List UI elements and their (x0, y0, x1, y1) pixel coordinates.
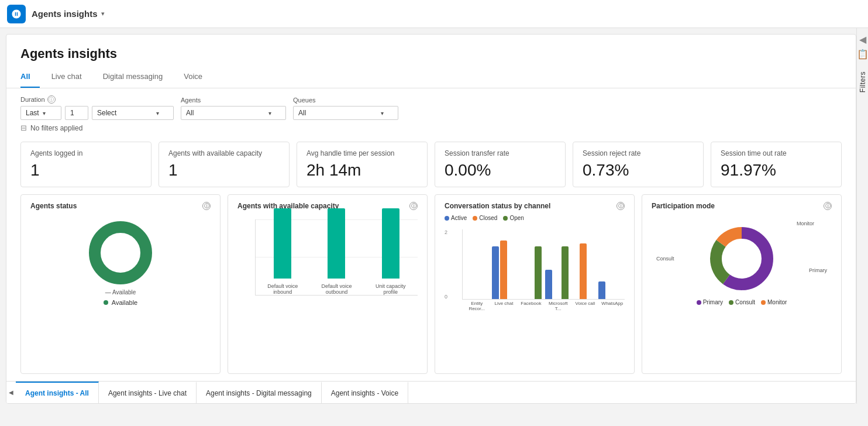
duration-number-input[interactable] (65, 106, 88, 120)
duration-controls: Last ▾ Select ▾ (20, 106, 174, 120)
conv-bar-whatsapp-active (598, 281, 605, 299)
bar-0 (274, 208, 291, 279)
agents-chevron: ▾ (268, 110, 271, 116)
bottom-tab-voice[interactable]: Agent insights - Voice (322, 382, 408, 404)
stat-session-reject: Session reject rate 0.73% (573, 142, 704, 187)
filter-sidebar-icon[interactable]: 📋 (857, 49, 869, 60)
tab-all[interactable]: All (20, 67, 40, 88)
bar-chart-wrapper: 1.0 0.5 0.0 Default voice inbound (237, 215, 418, 296)
collapse-icon[interactable]: ◀ (859, 34, 866, 45)
bar-label-2: Unit capacity profile (373, 283, 408, 295)
no-filters-text: No filters applied (30, 124, 82, 132)
duration-label: Duration ⓘ (20, 95, 174, 104)
agents-status-chart: Agents status ⓘ — Available Available (20, 194, 221, 374)
conv-status-chart: Conversation status by channel ⓘ Active … (435, 194, 635, 374)
bottom-nav-left[interactable]: ◀ (6, 382, 16, 404)
bottom-tabs: ◀ Agent insights - All Agent insights - … (6, 381, 856, 403)
conv-status-info[interactable]: ⓘ (616, 202, 625, 210)
app-title: Agents insights (32, 9, 98, 19)
bottom-tab-all[interactable]: Agent insights - All (16, 382, 99, 404)
participation-legend: Primary Consult Monitor (697, 299, 787, 305)
conv-legend-active: Active (445, 215, 467, 221)
legend-consult: Consult (729, 299, 755, 305)
conv-y-labels: 2 0 (445, 229, 447, 300)
duration-info-icon[interactable]: ⓘ (47, 95, 56, 104)
bar-group-1: Default voice outbound (315, 208, 357, 295)
content-panel: Agents insights All Live chat Digital me… (6, 34, 856, 404)
bar-label-0: Default voice inbound (265, 283, 300, 295)
conv-group-whatsapp (598, 281, 623, 299)
donut-svg (85, 218, 156, 288)
conv-group-livechat (492, 241, 516, 299)
bar-chart-area: Default voice inbound Default voice outb… (255, 219, 418, 296)
tab-voice[interactable]: Voice (174, 67, 212, 88)
stat-value-0: 1 (30, 161, 142, 180)
conv-status-title: Conversation status by channel ⓘ (445, 202, 625, 210)
filter-icon: ⊟ (20, 123, 27, 132)
stat-label-3: Session transfer rate (445, 149, 556, 157)
agents-filter-group: Agents All ▾ (181, 97, 286, 120)
conv-bar-microsoft-active (545, 270, 552, 299)
top-bar: Agents insights ▾ (0, 0, 868, 28)
charts-row: Agents status ⓘ — Available Available (6, 194, 856, 381)
tab-digital-messaging[interactable]: Digital messaging (94, 67, 173, 88)
no-filters-row: ⊟ No filters applied (6, 122, 856, 137)
conv-legend-closed: Closed (473, 215, 497, 221)
agents-status-info[interactable]: ⓘ (202, 202, 211, 210)
legend-monitor: Monitor (761, 299, 787, 305)
donut-center-label: — Available (105, 289, 136, 296)
conv-group-microsoft (545, 246, 570, 299)
stat-label-5: Session time out rate (721, 149, 832, 157)
stat-label-0: Agents logged in (30, 149, 142, 157)
conv-chart-wrapper: 2 0 (445, 225, 625, 311)
agents-status-donut: — Available Available (30, 215, 211, 308)
duration-select[interactable]: Last ▾ (20, 106, 61, 120)
bar-1 (328, 208, 345, 279)
bottom-tab-digital[interactable]: Agent insights - Digital messaging (197, 382, 322, 404)
conv-bar-voice-closed (580, 243, 587, 299)
stat-session-timeout: Session time out rate 91.97% (711, 142, 842, 187)
conv-x-labels: Entity Recor... Live chat Facebook Micro… (462, 301, 625, 311)
stat-label-2: Avg handle time per session (306, 149, 418, 157)
primary-label: Primary (809, 267, 827, 273)
conv-xlabel-voice: Voice call (573, 301, 597, 311)
legend-label-available: Available (112, 299, 137, 306)
conv-xlabel-microsoft: Microsoft T... (546, 301, 570, 311)
tab-live-chat[interactable]: Live chat (42, 67, 91, 88)
bar-label-1: Default voice outbound (319, 283, 354, 295)
bar-group-2: Unit capacity profile (370, 208, 412, 295)
duration-filter-group: Duration ⓘ Last ▾ Select ▾ (20, 95, 174, 120)
agents-status-title: Agents status ⓘ (30, 202, 211, 210)
svg-point-5 (723, 240, 760, 277)
conv-xlabel-facebook: Facebook (519, 301, 543, 311)
conv-xlabel-entity: Entity Recor... (464, 301, 489, 311)
conv-xlabel-whatsapp: WhatsApp (600, 301, 625, 311)
queues-chevron: ▾ (381, 110, 384, 116)
svg-point-1 (104, 236, 137, 269)
bottom-tab-livechat[interactable]: Agent insights - Live chat (99, 382, 197, 404)
page-header: Agents insights (6, 35, 856, 67)
conv-bar-facebook-open (535, 246, 542, 299)
agents-select[interactable]: All ▾ (181, 106, 286, 120)
conv-group-voice (571, 243, 596, 299)
duration-chevron: ▾ (43, 110, 46, 116)
stat-session-transfer: Session transfer rate 0.00% (435, 142, 566, 187)
queues-select[interactable]: All ▾ (293, 106, 398, 120)
period-chevron: ▾ (156, 110, 159, 116)
participation-donut-svg (704, 221, 780, 297)
right-sidebar: ◀ 📋 Filters (856, 28, 868, 404)
participation-info[interactable]: ⓘ (824, 202, 832, 210)
app-icon-svg (11, 9, 22, 19)
stat-value-3: 0.00% (445, 161, 556, 180)
stat-label-4: Session reject rate (583, 149, 694, 157)
chevron-down-icon[interactable]: ▾ (101, 10, 105, 18)
stat-value-1: 1 (168, 161, 280, 180)
bar-group-0: Default voice inbound (261, 208, 304, 295)
queues-filter-group: Queues All ▾ (293, 97, 398, 120)
filters-sidebar-label[interactable]: Filters (859, 71, 867, 92)
filters-row: Duration ⓘ Last ▾ Select ▾ (6, 88, 856, 122)
monitor-label: Monitor (797, 221, 814, 226)
duration-period-select[interactable]: Select ▾ (92, 106, 174, 120)
conv-legend-open: Open (503, 215, 523, 221)
conv-bar-livechat-active (492, 246, 499, 299)
